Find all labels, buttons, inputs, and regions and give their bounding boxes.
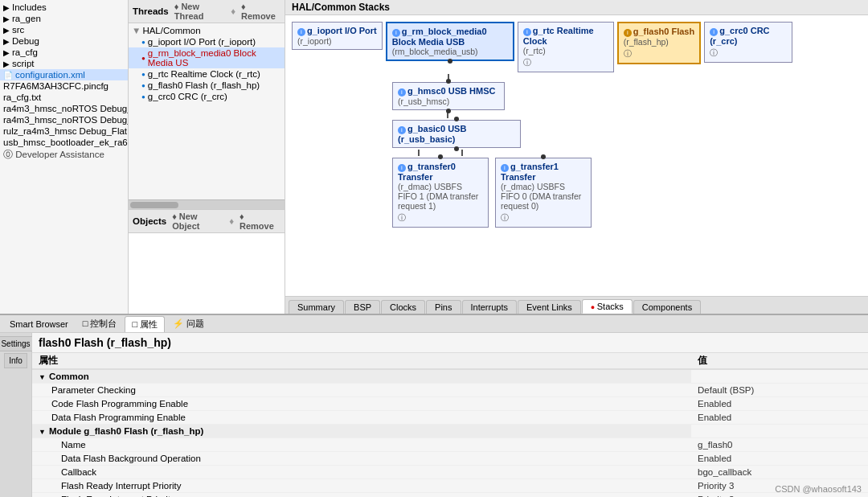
col-header-value: 值 — [691, 353, 868, 369]
sidebar-item-rulz[interactable]: rulz_ra4m3_hmsc Debug_Flat.j — [0, 125, 128, 137]
collapse-arrow[interactable]: ▼ — [39, 428, 46, 436]
sidebar-item-configuration[interactable]: 📄 configuration.xml — [0, 69, 128, 80]
scrollbar-thumb — [130, 202, 178, 208]
vert-tab-settings[interactable]: Settings — [0, 336, 35, 351]
sidebar-item-ra-cfg[interactable]: ▶ ra_cfg — [0, 47, 128, 58]
prop-callback[interactable]: Callback bgo_callback — [32, 466, 868, 479]
lower-tab-properties[interactable]: □ 属性 — [125, 316, 165, 332]
hal-canvas[interactable]: ig_ioport I/O Port (r_ioport) ig_rm_bloc… — [285, 15, 868, 296]
lower-tab-smart-browser[interactable]: Smart Browser — [3, 318, 75, 331]
info-icon: i — [297, 28, 305, 36]
sidebar-item-usb-hmsc-boot[interactable]: usb_hmsc_bootloader_ek_ra6m — [0, 137, 128, 148]
properties-area: Settings Info flash0 Flash (r_flash_hp) … — [0, 333, 868, 497]
prop-flash-error-irq[interactable]: Flash Error Interrupt Priority Priority … — [32, 493, 868, 497]
connector-line-4 — [461, 150, 463, 156]
threads-panel: Threads ♦ New Thread ♦ ♦ Remove ▼ HAL/Co… — [129, 0, 285, 314]
chevron-right-icon: ▶ — [3, 14, 10, 23]
info-icon: i — [624, 29, 632, 37]
stack-box-crc0[interactable]: ig_crc0 CRC (r_crc) ⓘ — [704, 22, 792, 63]
threads-header: Threads ♦ New Thread ♦ ♦ Remove — [129, 0, 285, 23]
tab-clocks[interactable]: Clocks — [381, 300, 425, 314]
chevron-right-icon: ▶ — [3, 26, 10, 35]
new-thread-button[interactable]: ♦ New Thread — [172, 2, 227, 21]
sidebar-item-pincfg[interactable]: R7FA6M3AH3CFC.pincfg — [0, 80, 128, 92]
lower-tab-problems[interactable]: ⚡ 问题 — [166, 316, 211, 331]
new-object-button[interactable]: ♦ New Object — [170, 212, 226, 231]
watermark: CSDN @whaosoft143 — [775, 484, 862, 494]
stack-box-rm-block-media[interactable]: ig_rm_block_media0 Block Media USB (rm_b… — [386, 22, 514, 61]
connector-dot-top — [541, 154, 546, 159]
info-icon: i — [398, 164, 406, 172]
stack-box-basic0[interactable]: ig_basic0 USB (r_usb_basic) — [392, 120, 521, 148]
tabs-bar: Summary BSP Clocks Pins Interrupts Event… — [285, 296, 868, 314]
remove-thread-button[interactable]: ♦ Remove — [239, 2, 280, 21]
objects-title: Objects — [133, 216, 166, 226]
stack-box-flash0[interactable]: ig_flash0 Flash (r_flash_hp) ⓘ — [617, 22, 701, 64]
stack-box-ioport[interactable]: ig_ioport I/O Port (r_ioport) — [292, 22, 383, 50]
threads-scrollbar[interactable] — [129, 199, 285, 209]
remove-object-button[interactable]: ♦ Remove — [237, 212, 280, 231]
sidebar-item-dev-assist[interactable]: ⓪ Developer Assistance — [0, 148, 128, 162]
stack-box-transfer0[interactable]: ig_transfer0 Transfer (r_dmac) USBFS FIF… — [392, 158, 489, 228]
info-icon: i — [392, 29, 400, 37]
info-icon: i — [501, 164, 509, 172]
sidebar-item-includes[interactable]: ▶ Includes — [0, 2, 128, 13]
collapse-arrow[interactable]: ▼ — [39, 373, 46, 381]
tab-event-links[interactable]: Event Links — [518, 300, 581, 314]
col-header-property: 属性 — [32, 353, 691, 369]
sidebar-item-debug-f2[interactable]: ra4m3_hmsc_noRTOS Debug_f — [0, 114, 128, 125]
prop-flash-ready-irq[interactable]: Flash Ready Interrupt Priority Priority … — [32, 479, 868, 493]
chevron-right-icon: ▶ — [3, 3, 10, 12]
hal-area: HAL/Common Stacks ig_ioport I/O Port (r_… — [285, 0, 868, 314]
tab-pins[interactable]: Pins — [426, 300, 461, 314]
tab-stacks[interactable]: Stacks — [582, 299, 633, 314]
connector-dot-top — [454, 117, 459, 121]
stack-box-hmsc0[interactable]: ig_hmsc0 USB HMSC (r_usb_hmsc) — [392, 82, 505, 110]
lower-tab-console[interactable]: □ 控制台 — [76, 316, 124, 331]
info-icon: i — [523, 28, 531, 36]
sidebar-item-src[interactable]: ▶ src — [0, 24, 128, 35]
connector-dot-top — [438, 154, 443, 159]
stack-box-transfer1[interactable]: ig_transfer1 Transfer (r_dmac) USBFS FIF… — [495, 158, 592, 228]
threads-tree: ▼ HAL/Common ● g_ioport I/O Port (r_iopo… — [129, 23, 285, 199]
properties-table: ▼Common Parameter Checking Default (BSP)… — [32, 370, 868, 497]
prop-data-flash-bg[interactable]: Data Flash Background Operation Enabled — [32, 452, 868, 466]
connector-dot-top — [446, 79, 451, 84]
sidebar-item-debug[interactable]: ▶ Debug — [0, 35, 128, 47]
sidebar-item-debug-f1[interactable]: ra4m3_hmsc_noRTOS Debug_f — [0, 103, 128, 114]
thread-rm-block-media[interactable]: ● g_rm_block_media0 Block Media US — [129, 47, 285, 68]
thread-flash0[interactable]: ● g_flash0 Flash (r_flash_hp) — [129, 80, 285, 91]
chevron-right-icon: ▶ — [3, 60, 10, 68]
prop-name[interactable]: Name g_flash0 — [32, 438, 868, 452]
vert-tab-info[interactable]: Info — [4, 353, 27, 368]
prop-code-flash[interactable]: Code Flash Programming Enable Enabled — [32, 397, 868, 411]
sidebar-item-script[interactable]: ▶ script — [0, 58, 128, 69]
prop-data-flash[interactable]: Data Flash Programming Enable Enabled — [32, 411, 868, 425]
connector-dot-bottom — [448, 59, 452, 64]
folder-icon: ▼ — [132, 26, 141, 35]
thread-crc0[interactable]: ● g_crc0 CRC (r_crc) — [129, 91, 285, 102]
connector-dot-bottom — [446, 109, 451, 113]
tab-bsp[interactable]: BSP — [345, 300, 380, 314]
hal-header: HAL/Common Stacks — [285, 0, 868, 15]
thread-rtc[interactable]: ● g_rtc Realtime Clock (r_rtc) — [129, 68, 285, 80]
prop-parameter-checking[interactable]: Parameter Checking Default (BSP) — [32, 384, 868, 397]
file-icon: 📄 — [3, 71, 13, 80]
info-icon: i — [398, 88, 406, 97]
thread-ioport[interactable]: ● g_ioport I/O Port (r_ioport) — [129, 36, 285, 47]
bullet-icon: ● — [141, 71, 145, 78]
tab-interrupts[interactable]: Interrupts — [462, 300, 517, 314]
objects-header: Objects ♦ New Object ♦ ♦ Remove — [129, 210, 285, 233]
sidebar-item-ra-gen[interactable]: ▶ ra_gen — [0, 13, 128, 24]
bullet-icon: ● — [141, 93, 145, 101]
thread-hal-common[interactable]: ▼ HAL/Common — [129, 25, 285, 36]
sidebar-item-racfg-txt[interactable]: ra_cfg.txt — [0, 92, 128, 103]
tab-components[interactable]: Components — [633, 300, 701, 314]
lower-tabs-bar: Smart Browser □ 控制台 □ 属性 ⚡ 问题 — [0, 315, 868, 333]
lower-area: Smart Browser □ 控制台 □ 属性 ⚡ 问题 Settings I… — [0, 314, 868, 497]
connector-dot-bottom — [454, 146, 459, 151]
bullet-icon: ● — [141, 39, 145, 46]
tab-summary[interactable]: Summary — [289, 300, 344, 314]
stack-box-rtc[interactable]: ig_rtc Realtime Clock (r_rtc) ⓘ — [518, 22, 614, 72]
section-module: ▼Module g_flash0 Flash (r_flash_hp) — [32, 425, 868, 438]
